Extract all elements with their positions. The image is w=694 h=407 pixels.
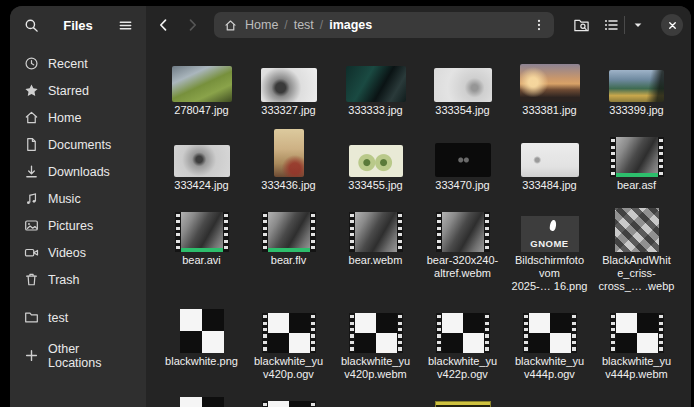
file-item[interactable]: bear.asf — [593, 131, 680, 192]
back-button[interactable] — [152, 13, 176, 37]
image-thumbnail — [435, 395, 491, 407]
view-switcher — [598, 12, 651, 38]
main-menu-button[interactable] — [112, 12, 138, 38]
window-close-button[interactable] — [661, 14, 683, 36]
file-name: blackwhite_yu v422p.ogv — [428, 355, 497, 381]
file-item[interactable]: bear.avi — [158, 206, 245, 293]
sidebar-item-label: test — [48, 311, 68, 325]
file-item[interactable]: 333381.jpg — [506, 56, 593, 117]
file-name: 333436.jpg — [261, 179, 315, 192]
list-view-button[interactable] — [598, 12, 624, 38]
search-button[interactable] — [18, 12, 44, 38]
file-name: blackwhite_yu v420p.webm — [341, 355, 410, 381]
file-item[interactable]: bear.flv — [245, 206, 332, 293]
search-current-folder-button[interactable] — [568, 12, 594, 38]
file-item[interactable]: 333399.jpg — [593, 56, 680, 117]
folder-icon — [24, 310, 39, 325]
sidebar-item-label: Home — [48, 111, 81, 125]
sidebar-item-label: Videos — [48, 246, 86, 260]
sidebar-item-label: Pictures — [48, 219, 93, 233]
sidebar-item-test[interactable]: test — [16, 304, 140, 331]
file-item[interactable]: 333436.jpg — [245, 131, 332, 192]
kebab-menu-icon[interactable] — [530, 18, 548, 32]
sidebar-item-recent[interactable]: Recent — [16, 50, 140, 77]
breadcrumb-separator: / — [284, 18, 287, 32]
sidebar-item-music[interactable]: Music — [16, 185, 140, 212]
file-item-partial[interactable] — [245, 395, 332, 407]
file-item[interactable]: blackwhite_yu v420p.ogv — [245, 307, 332, 381]
file-item[interactable]: blackwhite_yu v420p.webm — [332, 307, 419, 381]
photo-thumbnail — [349, 131, 403, 177]
file-name: 333424.jpg — [174, 179, 228, 192]
file-item[interactable]: blackwhite_yu v444p.webm — [593, 307, 680, 381]
breadcrumb-home[interactable]: Home — [245, 18, 278, 32]
file-item-partial[interactable] — [419, 395, 506, 407]
path-bar[interactable]: Home / test / images — [214, 12, 554, 38]
view-options-button[interactable] — [625, 12, 651, 38]
app-title: Files — [48, 18, 108, 33]
file-item[interactable]: 333354.jpg — [419, 56, 506, 117]
file-item[interactable]: bear-320x240- altref.webm — [419, 206, 506, 293]
video-thumbnail — [610, 131, 664, 177]
video-thumbnail — [175, 206, 229, 252]
breadcrumb-separator: / — [320, 18, 323, 32]
file-name: 333455.jpg — [348, 179, 402, 192]
photo-thumbnail — [435, 131, 491, 177]
file-item[interactable]: BlackAndWhit e_criss- cross_… .webp — [593, 206, 680, 293]
sidebar-item-documents[interactable]: Documents — [16, 131, 140, 158]
sidebar-item-label: Downloads — [48, 165, 110, 179]
sidebar-item-videos[interactable]: Videos — [16, 239, 140, 266]
sidebar-item-label: Starred — [48, 84, 89, 98]
file-item[interactable]: 333424.jpg — [158, 131, 245, 192]
file-item[interactable]: 333455.jpg — [332, 131, 419, 192]
video-thumbnail — [436, 307, 490, 353]
file-item[interactable]: 333327.jpg — [245, 56, 332, 117]
breadcrumb-test[interactable]: test — [294, 18, 314, 32]
sidebar-item-home[interactable]: Home — [16, 104, 140, 131]
music-note-icon — [24, 191, 39, 206]
breadcrumb-images[interactable]: images — [329, 18, 372, 32]
video-thumbnail — [610, 307, 664, 353]
search-icon — [24, 18, 39, 33]
file-item-partial[interactable] — [158, 395, 245, 407]
file-item[interactable]: bear.webm — [332, 206, 419, 293]
sidebar-item-trash[interactable]: Trash — [16, 266, 140, 293]
file-name: 333354.jpg — [435, 104, 489, 117]
back-chevron-icon — [156, 17, 172, 33]
sidebar-item-pictures[interactable]: Pictures — [16, 212, 140, 239]
file-view: 278047.jpg 333327.jpg 333333.jpg 333354.… — [146, 44, 691, 407]
sidebar-item-label: Trash — [48, 273, 80, 287]
sidebar-item-downloads[interactable]: Downloads — [16, 158, 140, 185]
trash-icon — [24, 272, 39, 287]
file-item[interactable]: 278047.jpg — [158, 56, 245, 117]
sidebar-item-other-locations[interactable]: Other Locations — [16, 342, 140, 369]
file-name: 333399.jpg — [609, 104, 663, 117]
file-name: 278047.jpg — [174, 104, 228, 117]
folder-search-icon — [573, 17, 590, 34]
file-item[interactable]: blackwhite_yu v444p.ogv — [506, 307, 593, 381]
sidebar-item-label: Music — [48, 192, 81, 206]
sidebar-item-label: Recent — [48, 57, 88, 71]
image-thumbnail — [615, 206, 659, 252]
file-item[interactable]: 333333.jpg — [332, 56, 419, 117]
file-item[interactable]: 333470.jpg — [419, 131, 506, 192]
forward-button[interactable] — [180, 13, 204, 37]
document-icon — [24, 137, 39, 152]
file-name: bear.webm — [349, 254, 403, 267]
download-icon — [24, 164, 39, 179]
photo-thumbnail — [172, 56, 232, 102]
file-item[interactable]: blackwhite_yu v422p.ogv — [419, 307, 506, 381]
chevron-down-icon — [632, 19, 644, 31]
file-item[interactable]: GNOME Bildschirmfoto vom 2025-… 16.png — [506, 206, 593, 293]
sidebar-separator — [16, 293, 140, 304]
file-name: bear.asf — [617, 179, 656, 192]
home-icon — [24, 110, 39, 125]
sidebar-item-starred[interactable]: Starred — [16, 77, 140, 104]
gnome-logo-text: GNOME — [530, 238, 568, 249]
clock-icon — [24, 56, 39, 71]
file-item[interactable]: 333484.jpg — [506, 131, 593, 192]
file-item[interactable]: blackwhite.png — [158, 307, 245, 381]
sidebar-item-label: Other Locations — [48, 342, 132, 370]
video-thumbnail — [262, 206, 316, 252]
sidebar-nav: Recent Starred Home Documents Downloads … — [10, 44, 146, 375]
